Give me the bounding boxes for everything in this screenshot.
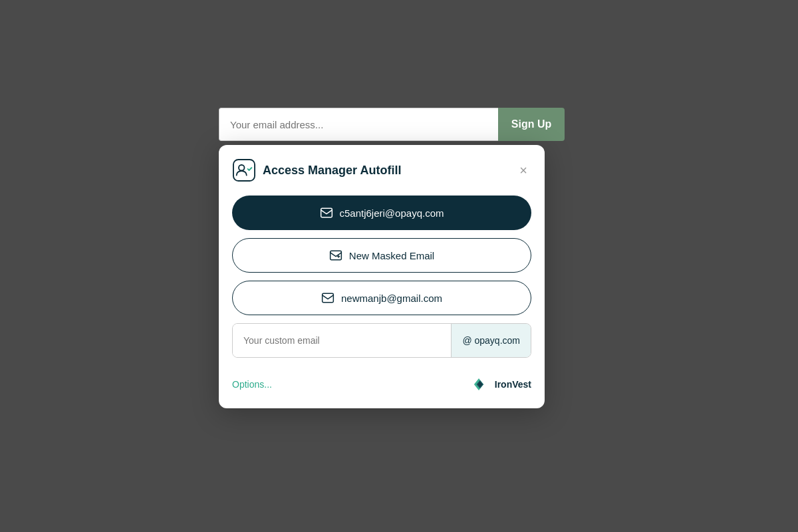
personal-email-address: newmanjb@gmail.com: [341, 293, 442, 304]
modal-footer: Options... IronVest: [219, 374, 545, 408]
modal-header: Access Manager Autofill ×: [219, 145, 545, 193]
close-button[interactable]: ×: [515, 162, 531, 178]
svg-point-1: [239, 165, 245, 171]
modal-body: c5antj6jeri@opayq.com New Masked Email n…: [219, 193, 545, 374]
personal-email-button[interactable]: newmanjb@gmail.com: [232, 281, 531, 315]
background-form: Sign Up: [219, 108, 565, 141]
custom-email-domain: @ opayq.com: [451, 324, 531, 357]
new-masked-email-button[interactable]: New Masked Email: [232, 238, 531, 273]
background-email-input[interactable]: [219, 108, 498, 141]
autofill-modal: Access Manager Autofill × c5antj6jeri@op…: [219, 145, 545, 408]
ironvest-logo-icon: [468, 374, 489, 395]
svg-rect-0: [233, 160, 255, 181]
options-link[interactable]: Options...: [232, 379, 272, 390]
custom-email-row: @ opayq.com: [232, 323, 531, 358]
page-wrapper: Sign Up Access Manager Autofill ×: [0, 0, 798, 532]
svg-rect-4: [323, 293, 334, 302]
masked-email-button[interactable]: c5antj6jeri@opayq.com: [232, 196, 531, 230]
access-manager-icon: [232, 158, 256, 182]
mail-icon-new-masked: [329, 249, 342, 262]
custom-email-input[interactable]: [233, 324, 451, 357]
new-masked-email-label: New Masked Email: [349, 250, 434, 261]
masked-email-address: c5antj6jeri@opayq.com: [340, 207, 444, 219]
mail-icon-personal: [321, 291, 334, 305]
brand-wrap: IronVest: [468, 374, 531, 395]
mail-icon-primary: [320, 206, 333, 219]
signup-button[interactable]: Sign Up: [498, 108, 565, 141]
modal-header-left: Access Manager Autofill: [232, 158, 401, 182]
brand-name: IronVest: [495, 379, 531, 390]
svg-rect-3: [330, 251, 341, 259]
svg-rect-2: [321, 208, 332, 217]
modal-title: Access Manager Autofill: [263, 164, 401, 178]
